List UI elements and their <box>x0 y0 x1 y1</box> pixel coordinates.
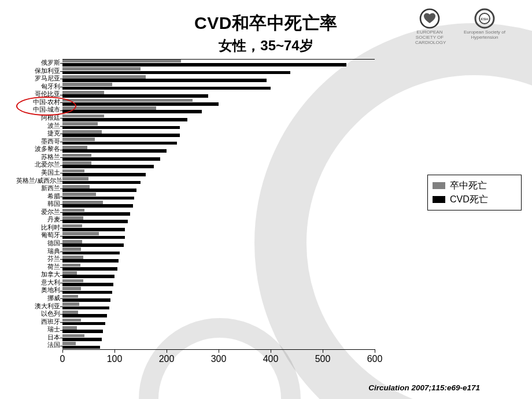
category-label: 捷克 <box>16 130 60 138</box>
bar-pair <box>62 169 375 177</box>
bar-stroke <box>62 240 82 243</box>
bar-pair <box>62 83 375 91</box>
bar-stroke <box>62 91 104 94</box>
chart-row: 瑞士 <box>16 326 375 334</box>
category-label: 丹麦 <box>16 216 60 224</box>
bar-cvd <box>62 173 146 176</box>
category-label: 加拿大 <box>16 271 60 279</box>
bar-cvd <box>62 314 107 317</box>
bar-pair <box>62 239 375 247</box>
chart-row: 加拿大 <box>16 271 375 279</box>
category-label: 匈牙利 <box>16 83 60 91</box>
bar-stroke <box>62 193 96 196</box>
bar-stroke <box>62 295 78 298</box>
bar-stroke <box>62 138 95 141</box>
chart-row: 保加利亚 <box>16 67 375 75</box>
category-label: 葡萄牙 <box>16 231 60 239</box>
x-ticks: 0100200300400500600 <box>62 349 375 368</box>
bar-stroke <box>62 99 193 102</box>
bar-cvd <box>62 298 110 302</box>
bar-pair <box>62 310 375 318</box>
bar-pair <box>62 200 375 208</box>
bar-stroke <box>62 122 98 125</box>
bar-stroke <box>62 326 77 330</box>
bar-pair <box>62 247 375 256</box>
bar-cvd <box>62 71 290 75</box>
x-tick <box>167 349 167 353</box>
bar-stroke <box>62 177 88 180</box>
chart-row: 中国-农村 <box>16 98 375 106</box>
x-tick <box>219 349 219 353</box>
bar-pair <box>62 184 375 193</box>
bar-stroke <box>62 287 81 290</box>
chart-row: 奥地利 <box>16 286 375 294</box>
chart-row: 法国 <box>16 341 375 349</box>
category-label: 美国土 <box>16 169 60 177</box>
chart-row: 波兰 <box>16 122 375 130</box>
bar-stroke <box>62 279 83 283</box>
bar-cvd <box>62 63 346 66</box>
bar-stroke <box>62 256 83 259</box>
bar-pair <box>62 153 375 161</box>
chart-row: 苏格兰 <box>16 153 375 161</box>
bar-cvd <box>62 149 167 153</box>
esh-logo-box: ESH European Society of Hypertension <box>450 8 519 40</box>
category-label: 英格兰/威西尔兰 <box>16 177 60 185</box>
bar-cvd <box>62 220 128 223</box>
bar-cvd <box>62 322 105 326</box>
chart-row: 俄罗斯 <box>16 59 375 67</box>
chart-row: 比利时 <box>16 224 375 232</box>
category-label: 墨西哥 <box>16 138 60 146</box>
bar-cvd <box>62 118 187 121</box>
category-label: 韩国 <box>16 200 60 208</box>
chart-row: 哥伦比亚 <box>16 90 375 98</box>
bar-pair <box>62 263 375 271</box>
category-label: 俄罗斯 <box>16 59 60 67</box>
chart-row: 中国-城市 <box>16 106 375 114</box>
chart-row: 罗马尼亚 <box>16 75 375 83</box>
chart-row: 瑞典 <box>16 247 375 256</box>
bar-stroke <box>62 146 87 149</box>
bar-cvd <box>62 79 267 82</box>
bar-pair <box>62 138 375 146</box>
bar-cvd <box>62 252 120 255</box>
chart-row: 爱尔兰 <box>16 208 375 216</box>
category-label: 哥伦比亚 <box>16 90 60 98</box>
x-tick-label: 600 <box>367 354 383 364</box>
bar-stroke <box>62 311 78 314</box>
chart-row: 以色列 <box>16 310 375 318</box>
bar-stroke <box>62 161 91 165</box>
bar-pair <box>62 67 375 75</box>
bar-stroke <box>62 169 84 173</box>
bar-pair <box>62 302 375 311</box>
legend-label-stroke: 卒中死亡 <box>450 180 487 192</box>
chart-row: 希腊 <box>16 193 375 201</box>
legend-label-cvd: CVD死亡 <box>450 194 488 206</box>
bar-chart: 俄罗斯保加利亚罗马尼亚匈牙利哥伦比亚中国-农村中国-城市阿根廷波兰捷克墨西哥波多… <box>16 59 375 371</box>
bar-stroke <box>62 264 80 267</box>
chart-row: 墨西哥 <box>16 138 375 146</box>
x-tick <box>271 349 271 353</box>
chart-row: 澳大利亚 <box>16 302 375 311</box>
bar-stroke <box>62 60 181 63</box>
bar-pair <box>62 286 375 294</box>
category-label: 以色列 <box>16 310 60 318</box>
chart-row: 波多黎各 <box>16 145 375 153</box>
esc-logo-box: EUROPEAN SOCIETY OF CARDIOLOGY <box>415 8 444 45</box>
chart-row: 阿根廷 <box>16 114 375 122</box>
bar-stroke <box>62 154 91 157</box>
bar-pair <box>62 208 375 216</box>
citation: Circulation 2007;115:e69-e171 <box>368 383 480 392</box>
bar-pair <box>62 326 375 334</box>
bar-cvd <box>62 102 219 106</box>
x-tick-label: 300 <box>211 354 227 364</box>
chart-row: 芬兰 <box>16 255 375 263</box>
chart-row: 韩国 <box>16 200 375 208</box>
category-label: 芬兰 <box>16 255 60 263</box>
bar-pair <box>62 177 375 185</box>
svg-text:ESH: ESH <box>481 17 488 21</box>
category-label: 法国 <box>16 341 60 349</box>
bar-stroke <box>62 114 104 118</box>
bar-pair <box>62 75 375 83</box>
bar-cvd <box>62 110 202 113</box>
